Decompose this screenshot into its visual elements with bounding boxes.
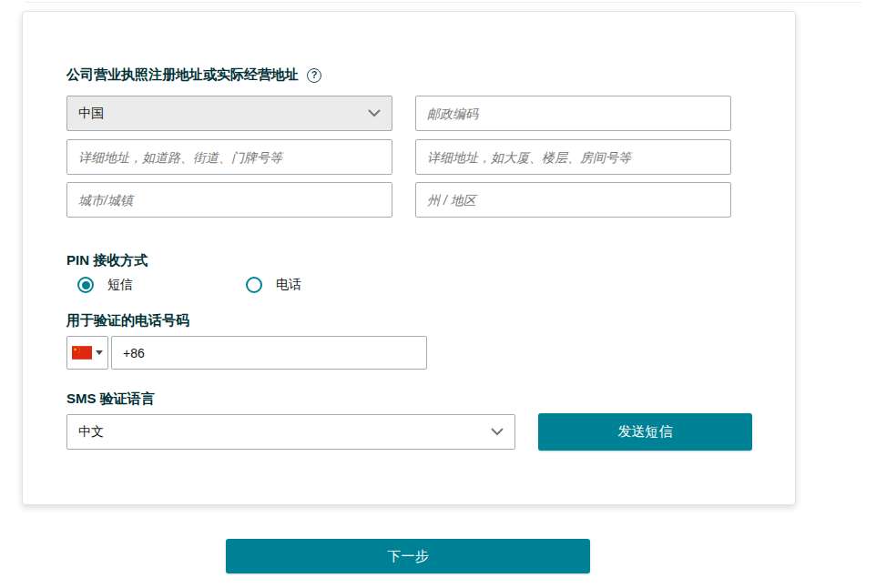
caret-down-icon [96,350,103,355]
address-line1-input[interactable] [66,139,392,175]
phone-number-row [66,336,427,370]
help-icon[interactable]: ? [307,68,321,83]
next-step-button[interactable]: 下一步 [226,539,590,573]
radio-unselected-icon [246,277,262,293]
sms-language-select[interactable]: 中文 [66,414,515,450]
country-code-selector[interactable] [66,336,108,370]
postal-code-input[interactable] [415,96,731,131]
china-flag-icon [72,346,92,360]
chevron-down-icon [491,428,504,436]
phone-number-label: 用于验证的电话号码 [66,312,189,329]
top-divider [25,2,861,3]
country-select-value: 中国 [78,106,104,122]
sms-language-label: SMS 验证语言 [66,390,155,408]
radio-option-sms[interactable]: 短信 [77,277,133,293]
address-verification-card: 公司营业执照注册地址或实际经营地址 ? 中国 PIN 接收方式 短信 电 [22,11,796,505]
radio-option-phone-label: 电话 [276,277,301,293]
country-select[interactable]: 中国 [66,96,392,131]
section-title: 公司营业执照注册地址或实际经营地址 ? [66,66,321,84]
city-input[interactable] [66,182,392,218]
send-sms-button[interactable]: 发送短信 [538,413,752,451]
pin-method-label: PIN 接收方式 [66,252,148,269]
pin-method-radio-group: 短信 电话 [77,277,301,293]
radio-selected-icon [77,277,94,293]
radio-option-phone[interactable]: 电话 [246,277,301,293]
phone-number-input[interactable] [111,336,427,370]
chevron-down-icon [368,109,381,117]
section-title-text: 公司营业执照注册地址或实际经营地址 [66,66,299,84]
state-region-input[interactable] [415,182,731,218]
registration-page: 公司营业执照注册地址或实际经营地址 ? 中国 PIN 接收方式 短信 电 [0,0,876,588]
radio-option-sms-label: 短信 [107,277,133,293]
sms-language-select-value: 中文 [78,424,104,441]
address-line2-input[interactable] [415,139,731,175]
